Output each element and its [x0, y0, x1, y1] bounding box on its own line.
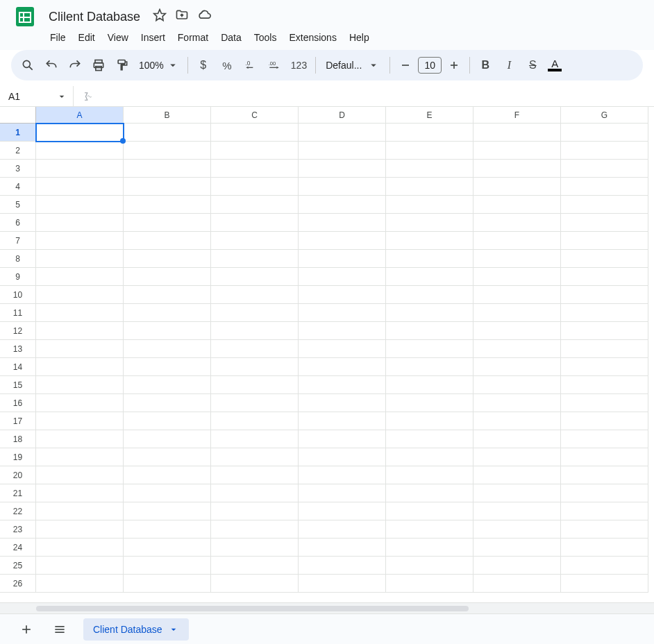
cell-D9[interactable] [299, 268, 386, 286]
cell-C22[interactable] [211, 502, 299, 520]
row-header-6[interactable]: 6 [0, 214, 36, 232]
row-header-11[interactable]: 11 [0, 304, 36, 322]
cell-B8[interactable] [124, 250, 211, 268]
cell-A19[interactable] [36, 448, 124, 466]
cell-F7[interactable] [473, 232, 561, 250]
row-header-8[interactable]: 8 [0, 250, 36, 268]
cell-A4[interactable] [36, 178, 124, 196]
cell-F2[interactable] [473, 142, 561, 160]
cell-D26[interactable] [299, 575, 386, 593]
cell-D22[interactable] [299, 502, 386, 520]
cell-F23[interactable] [473, 520, 561, 539]
cell-F9[interactable] [473, 268, 561, 286]
menu-help[interactable]: Help [344, 29, 375, 46]
cell-E15[interactable] [386, 376, 473, 394]
cell-F3[interactable] [473, 160, 561, 178]
cell-E21[interactable] [386, 484, 473, 502]
cell-C6[interactable] [211, 214, 299, 232]
cell-A15[interactable] [36, 376, 124, 394]
cell-F22[interactable] [473, 502, 561, 520]
cell-A24[interactable] [36, 539, 124, 557]
row-header-24[interactable]: 24 [0, 539, 36, 557]
paint-format-button[interactable] [111, 54, 133, 76]
cell-G21[interactable] [561, 484, 648, 502]
strikethrough-button[interactable]: S [521, 54, 544, 76]
cell-B1[interactable] [124, 124, 211, 142]
cell-C20[interactable] [211, 466, 299, 484]
row-header-19[interactable]: 19 [0, 448, 36, 466]
cell-E1[interactable] [386, 124, 473, 142]
cell-F12[interactable] [473, 322, 561, 340]
spreadsheet-grid[interactable]: ABCDEFG123456789101112131415161718192021… [0, 107, 654, 593]
cell-A8[interactable] [36, 250, 124, 268]
row-header-7[interactable]: 7 [0, 232, 36, 250]
cell-D25[interactable] [299, 557, 386, 575]
row-header-4[interactable]: 4 [0, 178, 36, 196]
cell-D13[interactable] [299, 340, 386, 358]
cell-G1[interactable] [561, 124, 648, 142]
cell-E20[interactable] [386, 466, 473, 484]
cell-G23[interactable] [561, 520, 648, 539]
cell-B5[interactable] [124, 196, 211, 214]
column-header-C[interactable]: C [211, 107, 299, 124]
cell-G16[interactable] [561, 394, 648, 412]
cell-B2[interactable] [124, 142, 211, 160]
cell-A25[interactable] [36, 557, 124, 575]
currency-button[interactable]: $ [192, 54, 215, 76]
cell-A6[interactable] [36, 214, 124, 232]
bold-button[interactable]: B [474, 54, 496, 76]
cell-F25[interactable] [473, 557, 561, 575]
cell-C4[interactable] [211, 178, 299, 196]
cell-A10[interactable] [36, 286, 124, 304]
cell-E19[interactable] [386, 448, 473, 466]
cell-A21[interactable] [36, 484, 124, 502]
cell-B16[interactable] [124, 394, 211, 412]
cell-E16[interactable] [386, 394, 473, 412]
cell-E4[interactable] [386, 178, 473, 196]
cell-C5[interactable] [211, 196, 299, 214]
cell-D5[interactable] [299, 196, 386, 214]
cell-B19[interactable] [124, 448, 211, 466]
cell-C9[interactable] [211, 268, 299, 286]
cell-A11[interactable] [36, 304, 124, 322]
cell-E14[interactable] [386, 358, 473, 376]
cell-D4[interactable] [299, 178, 386, 196]
decrease-decimal-button[interactable]: .0 [240, 54, 262, 76]
cell-B14[interactable] [124, 358, 211, 376]
column-header-F[interactable]: F [473, 107, 561, 124]
cell-C13[interactable] [211, 340, 299, 358]
row-header-14[interactable]: 14 [0, 358, 36, 376]
cloud-status-icon[interactable] [197, 8, 211, 25]
move-icon[interactable] [175, 8, 189, 25]
cell-G19[interactable] [561, 448, 648, 466]
cell-D16[interactable] [299, 394, 386, 412]
cell-G17[interactable] [561, 412, 648, 430]
row-header-22[interactable]: 22 [0, 502, 36, 520]
menu-data[interactable]: Data [215, 29, 247, 46]
cell-A26[interactable] [36, 575, 124, 593]
cell-D6[interactable] [299, 214, 386, 232]
font-size-input[interactable]: 10 [418, 57, 442, 74]
cell-C18[interactable] [211, 430, 299, 448]
cell-D11[interactable] [299, 304, 386, 322]
row-header-1[interactable]: 1 [0, 124, 36, 142]
cell-A7[interactable] [36, 232, 124, 250]
cell-E25[interactable] [386, 557, 473, 575]
cell-C17[interactable] [211, 412, 299, 430]
italic-button[interactable]: I [498, 54, 520, 76]
select-all-corner[interactable] [0, 107, 36, 124]
row-header-20[interactable]: 20 [0, 466, 36, 484]
cell-E3[interactable] [386, 160, 473, 178]
row-header-12[interactable]: 12 [0, 322, 36, 340]
cell-C10[interactable] [211, 286, 299, 304]
cell-B6[interactable] [124, 214, 211, 232]
cell-F21[interactable] [473, 484, 561, 502]
cell-E24[interactable] [386, 539, 473, 557]
all-sheets-button[interactable] [50, 620, 69, 639]
cell-C21[interactable] [211, 484, 299, 502]
cell-A3[interactable] [36, 160, 124, 178]
cell-B3[interactable] [124, 160, 211, 178]
cell-C25[interactable] [211, 557, 299, 575]
cell-E12[interactable] [386, 322, 473, 340]
cell-B10[interactable] [124, 286, 211, 304]
